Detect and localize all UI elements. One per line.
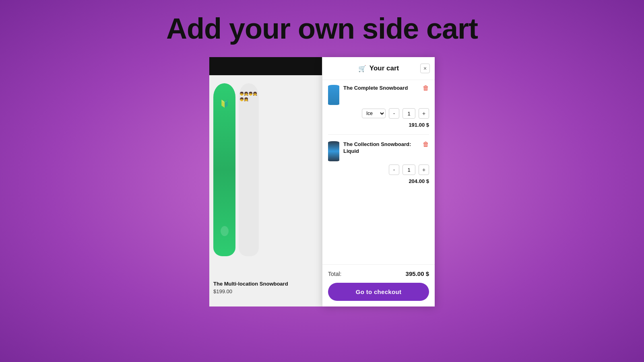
quantity-decrease-button[interactable]: - (389, 108, 399, 119)
item-price: 191.00 $ (328, 122, 429, 128)
checkout-button[interactable]: Go to checkout (328, 283, 429, 301)
cart-close-button[interactable]: × (420, 64, 430, 73)
pattern-snowboard (239, 83, 259, 256)
item-controls: - 1 + (328, 165, 429, 175)
cart-item: The Complete Snowboard 🗑 Ice Blue Red - … (328, 85, 429, 135)
item-delete-button[interactable]: 🗑 (423, 141, 429, 148)
item-controls: Ice Blue Red - 1 + (328, 108, 429, 119)
total-label: Total: (328, 271, 341, 277)
total-value: 395.00 $ (406, 270, 429, 277)
cart-item: The Collection Snowboard: Liquid 🗑 - 1 +… (328, 141, 429, 191)
quantity-decrease-button[interactable]: - (389, 165, 399, 175)
product-name: The Multi-location Snowboard (213, 281, 288, 287)
item-thumbnail (328, 85, 339, 105)
quantity-increase-button[interactable]: + (419, 165, 429, 175)
cart-items-list: The Complete Snowboard 🗑 Ice Blue Red - … (322, 80, 435, 264)
store-header (209, 57, 322, 75)
store-panel: The Multi-location Snowboard $199.00 (209, 57, 322, 306)
item-thumbnail (328, 141, 339, 161)
cart-item-top: The Collection Snowboard: Liquid 🗑 (328, 141, 429, 161)
quantity-display: 1 (402, 108, 415, 119)
product-info: The Multi-location Snowboard $199.00 (213, 281, 288, 294)
item-name: The Complete Snowboard (343, 85, 419, 92)
cart-icon: 🛒 (358, 65, 366, 72)
snowboard-images (213, 79, 262, 264)
cart-panel: 🛒 Your cart × The Complete Snowboard 🗑 I… (322, 57, 435, 306)
cart-item-top: The Complete Snowboard 🗑 (328, 85, 429, 105)
cart-footer: Total: 395.00 $ Go to checkout (322, 264, 435, 306)
store-products (209, 75, 322, 268)
quantity-increase-button[interactable]: + (419, 108, 429, 119)
item-delete-button[interactable]: 🗑 (423, 85, 429, 91)
quantity-display: 1 (402, 165, 415, 175)
demo-container: The Multi-location Snowboard $199.00 🛒 Y… (209, 57, 435, 306)
page-title: Add your own side cart (166, 12, 478, 45)
cart-total: Total: 395.00 $ (328, 270, 429, 277)
cart-header: 🛒 Your cart × (322, 57, 435, 80)
item-price: 204.00 $ (328, 178, 429, 184)
product-price: $199.00 (213, 288, 288, 294)
cart-title: Your cart (369, 64, 399, 72)
variant-select[interactable]: Ice Blue Red (362, 109, 386, 118)
green-snowboard (213, 83, 235, 256)
item-name: The Collection Snowboard: Liquid (343, 141, 419, 155)
